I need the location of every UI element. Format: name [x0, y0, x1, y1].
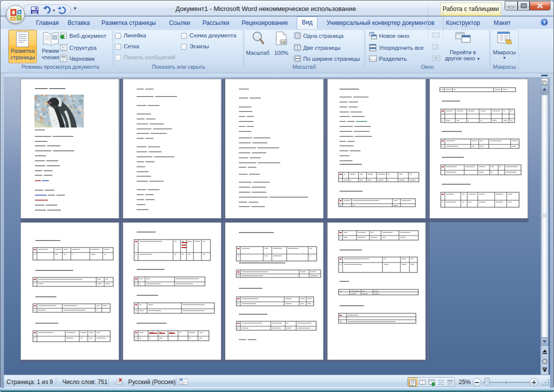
svg-text:100: 100 — [281, 40, 286, 44]
